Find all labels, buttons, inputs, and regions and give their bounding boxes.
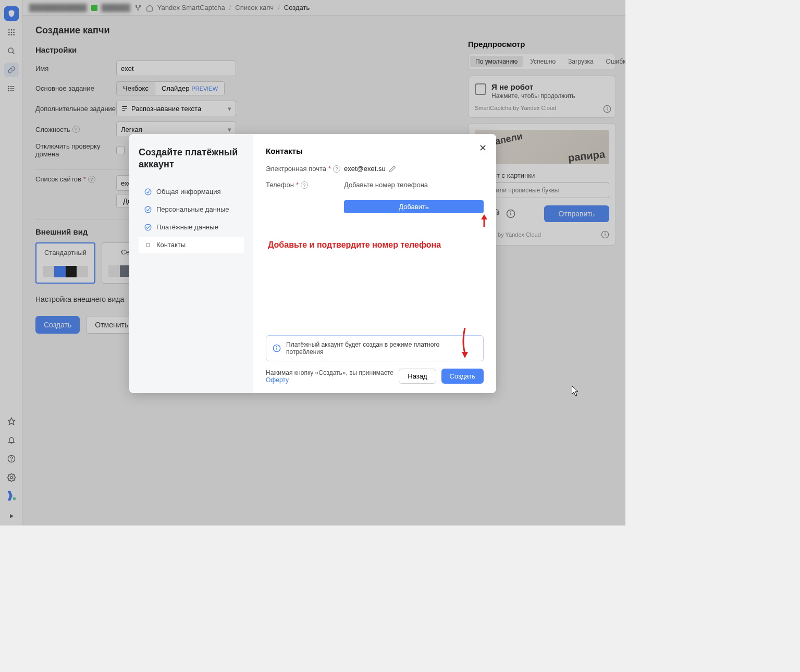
step-contacts[interactable]: Контакты: [139, 237, 244, 253]
step-payment[interactable]: Платёжные данные: [139, 219, 244, 236]
annotation-arrow-icon: [479, 214, 489, 228]
help-icon[interactable]: ?: [301, 181, 308, 189]
svg-marker-40: [481, 214, 487, 219]
modal-sidebar: Создайте платёжный аккаунт Общая информа…: [129, 134, 253, 393]
pencil-icon[interactable]: [389, 165, 396, 173]
step-personal[interactable]: Персональные данные: [139, 201, 244, 218]
modal-title: Создайте платёжный аккаунт: [139, 146, 244, 171]
svg-point-38: [146, 243, 150, 247]
add-phone-button[interactable]: Добавить: [344, 200, 484, 213]
step-general[interactable]: Общая информация: [139, 184, 244, 200]
svg-point-37: [145, 224, 151, 230]
phone-label: Телефон*?: [266, 181, 344, 189]
billing-modal: Создайте платёжный аккаунт Общая информа…: [129, 134, 496, 393]
back-button[interactable]: Назад: [399, 369, 436, 384]
svg-marker-41: [462, 352, 468, 358]
annotation-text: Добавьте и подтвердите номер телефона: [268, 240, 484, 250]
svg-point-36: [145, 206, 151, 213]
terms-text: Нажимая кнопку «Создать», вы принимаете …: [266, 369, 399, 384]
svg-point-35: [145, 189, 151, 195]
modal-section-heading: Контакты: [266, 146, 484, 155]
help-icon[interactable]: ?: [333, 165, 340, 173]
modal-body: ✕ Контакты Электронная почта*? exet@exet…: [253, 134, 496, 393]
info-banner: Платёжный аккаунт будет создан в режиме …: [266, 335, 484, 361]
phone-hint: Добавьте номер телефона: [344, 181, 428, 189]
annotation-arrow-icon: [460, 327, 470, 358]
info-icon: [273, 344, 281, 352]
email-value: exet@exet.su: [344, 165, 386, 173]
svg-point-44: [277, 346, 277, 347]
terms-link[interactable]: Оферту: [266, 376, 289, 384]
cursor-icon: [572, 386, 580, 396]
email-label: Электронная почта*?: [266, 165, 344, 173]
modal-create-button[interactable]: Создать: [441, 369, 484, 384]
close-icon[interactable]: ✕: [479, 142, 487, 154]
